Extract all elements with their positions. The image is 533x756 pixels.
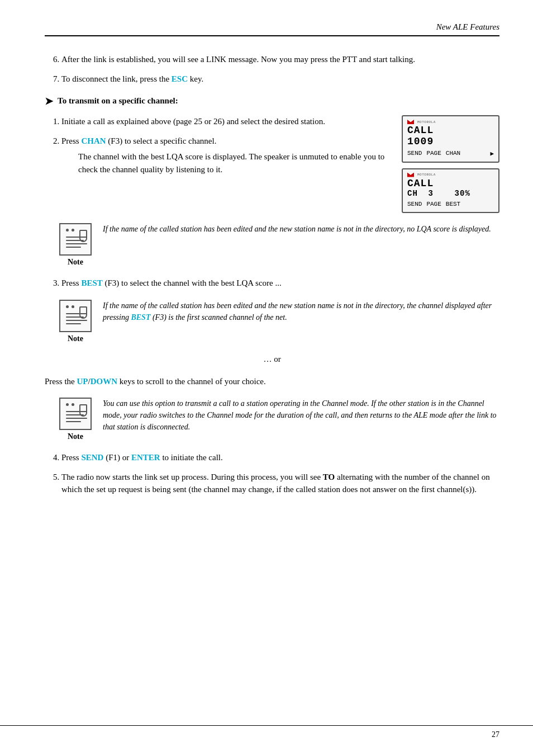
device1-menu: SEND PAGE CHAN ▶: [407, 150, 494, 157]
down-keyword: DOWN: [91, 377, 117, 386]
up-keyword: UP: [77, 377, 88, 386]
motorola-m-icon: [407, 120, 414, 124]
note-box-1: Note If the name of the called station h…: [56, 223, 499, 267]
to-keyword: TO: [323, 472, 335, 481]
send-keyword: SEND: [81, 453, 103, 462]
note-text-3: You can use this option to transmit a ca…: [103, 398, 499, 433]
enter-keyword: ENTER: [131, 453, 160, 462]
device2-menu: SEND PAGE BEST: [407, 201, 494, 207]
header-title: New ALE Features: [436, 22, 499, 32]
note-label-3: Note: [68, 432, 83, 441]
speaker-body-icon-2: [79, 306, 87, 319]
speaker-dot-2b: [72, 305, 74, 308]
or-divider: … or: [45, 355, 499, 364]
note-graphic-3: [59, 398, 92, 430]
page-container: New ALE Features After the link is estab…: [0, 0, 533, 756]
section-heading: ➤ To transmit on a specific channel:: [45, 96, 499, 106]
note-text-1: If the name of the called station has be…: [103, 223, 499, 235]
arrow-right-icon: ▶: [490, 150, 494, 157]
device1-line1: CALL: [407, 125, 494, 136]
step-6: After the link is established, you will …: [61, 53, 499, 66]
step-1: Initiate a call as explained above (page…: [61, 115, 385, 128]
note-label-2: Note: [68, 334, 83, 343]
motorola-m-icon-2: [407, 173, 414, 177]
esc-keyword: ESC: [172, 74, 188, 83]
note-text-2: If the name of the called station has be…: [103, 300, 499, 323]
steps-text-left: Initiate a call as explained above (page…: [45, 115, 385, 213]
note-graphic-1: [59, 223, 92, 256]
note-graphic-2: [59, 300, 92, 332]
speaker-dot-2a: [66, 305, 69, 308]
step-3: Press BEST (F3) to select the channel wi…: [61, 277, 499, 290]
device-images: MOTOROLA CALL 1009 SEND PAGE CHAN ▶: [396, 115, 499, 213]
steps-4-5: Press SEND (F1) or ENTER to initiate the…: [45, 451, 499, 496]
arrow-icon: ➤: [45, 96, 53, 106]
steps-with-devices: Initiate a call as explained above (page…: [45, 115, 499, 213]
note-label-1: Note: [68, 258, 83, 267]
best-keyword: BEST: [81, 278, 102, 287]
speaker-body-icon: [79, 230, 87, 242]
speaker-body-icon-3: [79, 404, 87, 417]
step-7: To disconnect the link, press the ESC ke…: [61, 73, 499, 86]
device2-line1: CALL: [407, 178, 494, 190]
step-3-section: Press BEST (F3) to select the channel wi…: [45, 277, 499, 290]
speaker-dot: [72, 229, 74, 231]
motorola-logo-1: MOTOROLA: [407, 120, 494, 124]
chan-keyword: CHAN: [81, 136, 106, 145]
note-box-2: Note If the name of the called station h…: [56, 300, 499, 343]
device2-line2: CH 3 30%: [407, 189, 494, 199]
page-number: 27: [492, 730, 499, 739]
speaker-dot-3b: [72, 403, 74, 406]
page-footer: 27: [0, 725, 533, 739]
best-keyword-note: BEST: [131, 313, 150, 322]
note-icon-2: Note: [56, 300, 95, 343]
step-4: Press SEND (F1) or ENTER to initiate the…: [61, 451, 499, 464]
motorola-logo-2: MOTOROLA: [407, 173, 494, 177]
step-2: Press CHAN (F3) to select a specific cha…: [61, 135, 385, 176]
radio-display-2: MOTOROLA CALL CH 3 30% SEND PAGE BEST: [402, 168, 499, 214]
step-2-continuation: The channel with the best LQA score is d…: [78, 150, 385, 176]
speaker-dot: [66, 229, 69, 231]
note-icon-3: Note: [56, 398, 95, 441]
radio-display-1: MOTOROLA CALL 1009 SEND PAGE CHAN ▶: [402, 115, 499, 163]
intro-steps: After the link is established, you will …: [45, 53, 499, 85]
device1-line2: 1009: [407, 136, 494, 148]
content-area: After the link is established, you will …: [45, 53, 499, 496]
page-header: New ALE Features: [45, 22, 499, 36]
step-5: The radio now starts the link set up pro…: [61, 471, 499, 496]
note-box-3: Note You can use this option to transmit…: [56, 398, 499, 441]
up-down-section: Press the UP/DOWN keys to scroll to the …: [45, 375, 499, 388]
note-icon-1: Note: [56, 223, 95, 267]
speaker-dot-3a: [66, 403, 69, 406]
